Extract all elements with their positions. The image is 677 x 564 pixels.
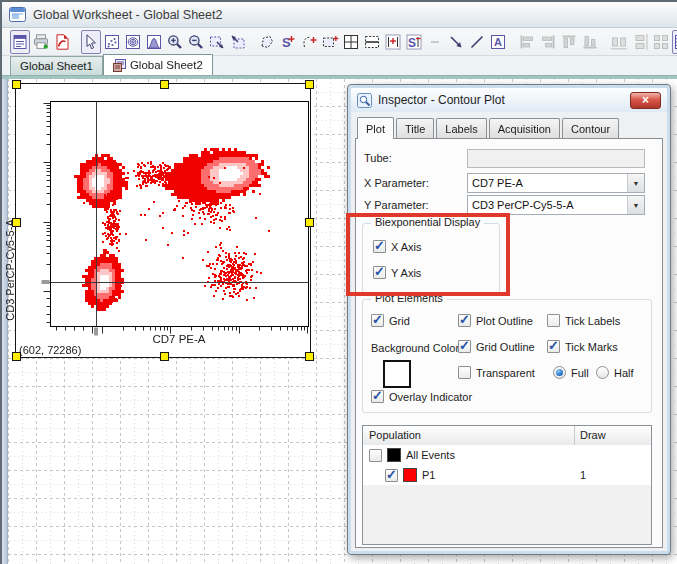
histogram-icon bbox=[145, 33, 163, 51]
y-parameter-dropdown-button[interactable]: ▼ bbox=[627, 196, 644, 214]
x-parameter-combobox[interactable]: CD7 PE-A ▼ bbox=[467, 173, 645, 193]
quadrant-gate-button[interactable] bbox=[341, 30, 361, 54]
toolbar: SSA bbox=[2, 28, 677, 56]
rectangle-gate-button[interactable] bbox=[320, 30, 340, 54]
contour-plot-icon bbox=[124, 33, 142, 51]
y-parameter-combobox[interactable]: CD3 PerCP-Cy5-5-A ▼ bbox=[467, 195, 645, 215]
svg-text:S: S bbox=[408, 35, 416, 49]
all-events-label: All Events bbox=[406, 449, 455, 461]
all-events-checkbox[interactable] bbox=[369, 449, 382, 462]
zoom-in-icon bbox=[166, 33, 184, 51]
tab-label: Labels bbox=[445, 123, 477, 135]
zoom-in-button[interactable] bbox=[165, 30, 185, 54]
full-radio-label: Full bbox=[571, 367, 589, 379]
zoom-out-button[interactable] bbox=[186, 30, 206, 54]
radio-icon bbox=[553, 366, 566, 379]
grid-outline-checkbox[interactable]: Grid Outline bbox=[458, 340, 535, 353]
selection-handle-top-center[interactable] bbox=[160, 80, 169, 89]
window-titlebar[interactable]: Global Worksheet - Global Sheet2 bbox=[2, 2, 677, 28]
tick-labels-checkbox[interactable]: Tick Labels bbox=[547, 314, 620, 327]
select-button[interactable] bbox=[81, 30, 101, 54]
x-parameter-label: X Parameter: bbox=[364, 177, 429, 189]
column-divider bbox=[574, 426, 575, 445]
toggle-grid-button[interactable] bbox=[672, 30, 677, 54]
tab-global-sheet2[interactable]: Global Sheet2 bbox=[103, 54, 213, 75]
auto-polygon-gate-icon bbox=[300, 33, 318, 51]
split-gate-button[interactable] bbox=[362, 30, 382, 54]
inspector-tab-contour[interactable]: Contour bbox=[562, 118, 619, 138]
tab-label: Global Sheet1 bbox=[20, 60, 93, 72]
selection-handle-middle-right[interactable] bbox=[305, 218, 314, 227]
window-title: Global Worksheet - Global Sheet2 bbox=[33, 8, 222, 22]
p1-checkbox[interactable] bbox=[385, 469, 398, 482]
overlay-indicator-checkbox[interactable]: Overlay Indicator bbox=[371, 390, 472, 403]
selection-handle-top-right[interactable] bbox=[305, 80, 314, 89]
tab-global-sheet1[interactable]: Global Sheet1 bbox=[10, 56, 103, 75]
inspector-close-button[interactable]: × bbox=[630, 92, 661, 109]
zoom-window-in-icon bbox=[229, 33, 247, 51]
background-color-swatch[interactable] bbox=[383, 360, 411, 388]
full-radio[interactable]: Full bbox=[553, 366, 589, 379]
inspector-tab-labels[interactable]: Labels bbox=[436, 118, 486, 138]
inspector-tab-acquisition[interactable]: Acquisition bbox=[489, 118, 560, 138]
radio-icon bbox=[596, 366, 609, 379]
line-annotation-icon bbox=[468, 33, 486, 51]
population-row-all-events[interactable]: All Events bbox=[363, 445, 651, 465]
window-icon bbox=[9, 7, 26, 22]
interval-gate-button[interactable] bbox=[383, 30, 403, 54]
print-icon bbox=[32, 33, 50, 51]
grid-checkbox[interactable]: Grid bbox=[371, 314, 410, 327]
tube-field[interactable] bbox=[467, 149, 645, 168]
new-worksheet-button[interactable] bbox=[10, 30, 30, 54]
half-radio[interactable]: Half bbox=[596, 366, 634, 379]
tick-labels-checkbox-label: Tick Labels bbox=[565, 315, 620, 327]
population-row-p1[interactable]: P1 1 bbox=[363, 465, 651, 485]
tab-label: Title bbox=[405, 123, 425, 135]
selection-handle-top-left[interactable] bbox=[12, 80, 21, 89]
selection-handle-bottom-right[interactable] bbox=[305, 352, 314, 361]
plot-elements-group: Plot Elements Grid Plot Outline Tick Lab… bbox=[362, 299, 652, 413]
zoom-window-out-button[interactable] bbox=[207, 30, 227, 54]
worksheet-tabbar: Global Sheet1 Global Sheet2 bbox=[2, 56, 677, 75]
inspector-title: Inspector - Contour Plot bbox=[378, 93, 505, 107]
cursor-readout: (602, 72286) bbox=[19, 344, 81, 356]
polygon-gate-button[interactable] bbox=[257, 30, 277, 54]
snap-polygon-gate-icon: S bbox=[279, 33, 297, 51]
resize-objects-button bbox=[651, 30, 671, 54]
zoom-window-in-button[interactable] bbox=[228, 30, 248, 54]
inspector-titlebar[interactable]: Inspector - Contour Plot × bbox=[351, 88, 667, 112]
transparent-checkbox[interactable]: Transparent bbox=[458, 366, 535, 379]
p1-color-swatch[interactable] bbox=[403, 468, 417, 482]
contour-plot-button[interactable] bbox=[123, 30, 143, 54]
snap-polygon-gate-button[interactable]: S bbox=[278, 30, 298, 54]
x-parameter-value: CD7 PE-A bbox=[468, 177, 627, 189]
checkbox-icon bbox=[371, 314, 384, 327]
polygon-gate-icon bbox=[258, 33, 276, 51]
inspector-tab-title[interactable]: Title bbox=[396, 118, 434, 138]
align-top-button bbox=[559, 30, 579, 54]
all-events-color-swatch[interactable] bbox=[387, 448, 401, 462]
tick-marks-checkbox[interactable]: Tick Marks bbox=[547, 340, 618, 353]
x-parameter-dropdown-button[interactable]: ▼ bbox=[627, 174, 644, 192]
selection-handle-bottom-left[interactable] bbox=[12, 352, 21, 361]
text-annotation-button[interactable]: A bbox=[488, 30, 508, 54]
checkbox-icon bbox=[458, 366, 471, 379]
arrow-annotation-button[interactable] bbox=[446, 30, 466, 54]
snap-interval-gate-button[interactable]: S bbox=[404, 30, 424, 54]
plot-canvas[interactable] bbox=[16, 84, 310, 357]
snap-interval-gate-icon: S bbox=[405, 33, 423, 51]
plot-outline-checkbox[interactable]: Plot Outline bbox=[458, 314, 533, 327]
selection-handle-bottom-center[interactable] bbox=[160, 352, 169, 361]
print-button[interactable] bbox=[31, 30, 51, 54]
line-annotation-button[interactable] bbox=[467, 30, 487, 54]
dot-plot-button[interactable] bbox=[102, 30, 122, 54]
histogram-button[interactable] bbox=[144, 30, 164, 54]
inspector-icon bbox=[357, 93, 372, 108]
selection-handle-middle-left[interactable] bbox=[12, 218, 21, 227]
plot-object[interactable]: CD3 PerCP-Cy5-5-A CD7 PE-A (602, 72286) bbox=[15, 83, 311, 358]
x-axis-label: CD7 PE-A bbox=[50, 333, 308, 345]
inspector-tab-plot[interactable]: Plot bbox=[357, 117, 394, 139]
export-pdf-button[interactable] bbox=[52, 30, 72, 54]
tab-label: Contour bbox=[571, 123, 610, 135]
auto-polygon-gate-button[interactable] bbox=[299, 30, 319, 54]
